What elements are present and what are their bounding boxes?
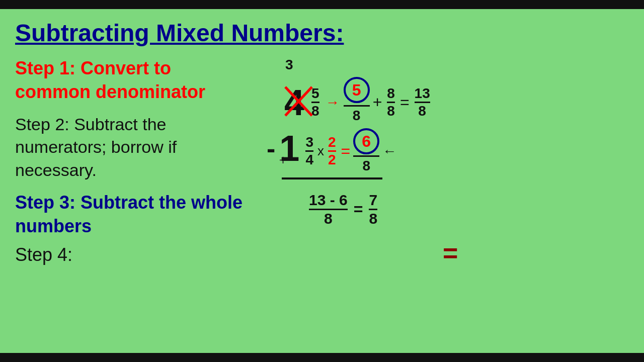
frac5-den: 2: [328, 152, 336, 167]
circled-6: 6: [353, 128, 379, 154]
circled-5-fraction: 5 8: [344, 77, 370, 124]
equals-sign-1: =: [400, 93, 410, 112]
step1-label: Step 1: [15, 58, 69, 78]
page-title: Subtracting Mixed Numbers:: [15, 19, 629, 47]
minus-sign: -: [267, 133, 275, 163]
circled-6-group: 6 8 ←: [353, 128, 396, 174]
arrow-left-icon: ←: [382, 143, 396, 159]
fraction-2-2: 2 2: [328, 135, 336, 167]
crossed-4-container: 4: [284, 82, 304, 123]
frac5-num: 2: [328, 135, 336, 152]
step3-label: Step 3: [15, 192, 69, 213]
content-area: Subtracting Mixed Numbers: Step 1: Conve…: [0, 9, 644, 353]
step1: Step 1: Convert to common denominator: [15, 57, 247, 104]
frac4-num: 3: [305, 135, 313, 152]
result-fraction-1: 13 - 6 8: [309, 193, 348, 226]
circled-6-den: 8: [362, 158, 370, 174]
big-equals-sign: =: [443, 238, 458, 268]
step4: Step 4:: [15, 243, 247, 267]
frac2-num: 8: [387, 86, 395, 103]
bottom-row: - 1 3 4 x 2 2 =: [267, 122, 396, 174]
frac4-den: 4: [305, 152, 313, 167]
circled-5-den: 8: [353, 108, 361, 124]
arrow-right-icon: →: [326, 95, 340, 111]
circled-6-fraction: 6 8: [353, 128, 379, 174]
frac3-num: 13: [415, 86, 430, 103]
cross-mark-svg: [283, 84, 315, 120]
underline-bar: [282, 177, 382, 179]
step3: Step 3: Subtract the whole numbers: [15, 191, 247, 238]
equals-sign-2: =: [341, 142, 351, 160]
black-bar-bottom: [0, 353, 644, 362]
result-den: 8: [324, 210, 333, 226]
left-panel: Step 1: Convert to common denominator St…: [15, 57, 257, 267]
result-num: 13 - 6: [309, 193, 348, 210]
result-fraction-2: 7 8: [369, 193, 377, 226]
result-row: 13 - 6 8 = 7 8: [307, 193, 379, 226]
result-equals: =: [354, 200, 363, 219]
frac2-den: 8: [387, 103, 395, 118]
plus-sign: +: [373, 93, 382, 112]
circled-5: 5: [344, 77, 370, 103]
big-1: 1: [279, 128, 299, 169]
top-group: 4 5 8 →: [284, 72, 432, 124]
step2: Step 2: Subtract the numerators; borrow …: [15, 113, 247, 183]
math-area: 3 4 5 8: [267, 57, 569, 268]
fraction-13-8: 13 8: [415, 86, 430, 118]
fraction-8-8: 8 8: [387, 86, 395, 118]
times-sign: x: [317, 143, 324, 159]
steps-area: Step 1: Convert to common denominator St…: [15, 57, 629, 268]
result2-num: 7: [369, 193, 377, 210]
result2-den: 8: [369, 210, 377, 226]
right-panel: 3 4 5 8: [257, 57, 629, 268]
fraction-3-4: 3 4: [305, 135, 313, 167]
black-bar-top: [0, 0, 644, 9]
frac3-den: 8: [418, 103, 426, 118]
superscript-3: 3: [285, 57, 293, 73]
